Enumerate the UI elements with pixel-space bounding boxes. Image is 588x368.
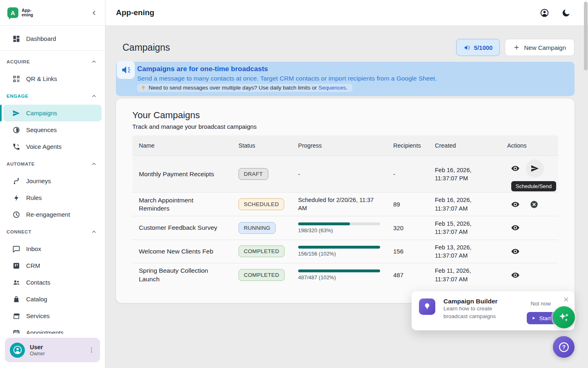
progress-bar: [298, 269, 380, 272]
sidebar-section-connect[interactable]: CONNECT: [0, 223, 105, 240]
progress-label: 156/156 (102%): [298, 251, 380, 257]
sidebar-item-appointments[interactable]: Appointments: [0, 324, 105, 334]
account-button[interactable]: [540, 8, 549, 18]
view-button[interactable]: [507, 196, 523, 213]
column-header-name: Name: [132, 135, 232, 156]
cancel-button[interactable]: [526, 196, 542, 213]
tip-text: Need to send messages over multiple days…: [149, 85, 318, 91]
sidebar-item-voice-agents[interactable]: Voice Agents: [0, 138, 105, 155]
sidebar-item-catalog-label: Catalog: [26, 296, 47, 303]
chevron-up-icon: [91, 229, 97, 235]
sidebar-item-rules[interactable]: Rules: [0, 189, 105, 206]
start-label: Start: [539, 315, 551, 321]
view-button[interactable]: [507, 267, 523, 283]
send-icon: [530, 164, 539, 173]
user-role: Owner: [30, 351, 45, 357]
sequences-link[interactable]: Sequences: [318, 85, 346, 91]
progress-cell: 156/156 (102%): [292, 240, 387, 263]
sidebar-item-crm[interactable]: CRM: [0, 257, 105, 274]
table-row[interactable]: Monthly Payment Receipts DRAFT - - Feb 1…: [132, 156, 558, 193]
sidebar-section-automate[interactable]: AUTOMATE: [0, 155, 105, 173]
recipients-cell: -: [387, 156, 428, 193]
view-button[interactable]: [507, 243, 523, 260]
app-logo-icon: A: [7, 7, 18, 18]
view-button[interactable]: [507, 160, 523, 177]
sidebar-item-catalog[interactable]: Catalog: [0, 291, 105, 307]
megaphone-icon: [463, 44, 470, 51]
people-icon: [12, 278, 20, 287]
help-fab[interactable]: ?: [553, 336, 575, 358]
table-row[interactable]: Welcome New Clients Feb COMPLETED 156/15…: [132, 240, 558, 263]
user-menu-button[interactable]: [86, 345, 97, 355]
megaphone-icon: [120, 65, 131, 75]
sidebar-section-engage[interactable]: ENGAGE: [0, 87, 105, 105]
sidebar-item-sequences[interactable]: Sequences: [0, 121, 105, 138]
sidebar-item-re-engagement[interactable]: Re-engagement: [0, 206, 105, 223]
section-automate-label: AUTOMATE: [7, 162, 35, 166]
sidebar-item-services[interactable]: Services: [0, 307, 105, 324]
info-banner: Campaigns are for one-time broadcasts Se…: [116, 62, 575, 96]
status-badge: RUNNING: [238, 222, 276, 234]
eye-icon: [511, 200, 520, 209]
lightning-icon: [12, 194, 20, 202]
route-icon: [12, 177, 20, 185]
user-card[interactable]: User Owner: [5, 338, 100, 362]
card-subtitle: Track and manage your broadcast campaign…: [132, 123, 558, 130]
sidebar-item-crm-label: CRM: [26, 262, 40, 269]
sidebar-item-journeys[interactable]: Journeys: [0, 173, 105, 189]
table-row[interactable]: March Appointment Reminders SCHEDULED Sc…: [132, 193, 558, 216]
campaign-name: Monthly Payment Receipts: [132, 156, 232, 193]
table-row[interactable]: Customer Feedback Survey RUNNING 198/320…: [132, 216, 558, 240]
banner-subtitle: Send a message to many contacts at once.…: [137, 74, 568, 82]
not-now-button[interactable]: Not now: [530, 301, 551, 307]
section-acquire-label: ACQUIRE: [7, 59, 30, 64]
section-engage-label: ENGAGE: [7, 94, 28, 99]
status-badge: COMPLETED: [238, 245, 285, 257]
phone-icon: [12, 143, 20, 151]
ai-assistant-fab[interactable]: [553, 306, 575, 328]
sidebar-item-campaigns[interactable]: Campaigns: [3, 105, 102, 121]
kanban-icon: [12, 262, 20, 270]
chevron-up-icon: [91, 93, 97, 99]
app-title: App-ening: [116, 8, 154, 17]
progress-cell: 487/487 (102%): [292, 263, 387, 287]
page-actions: 5/1000 New Campaign: [456, 39, 575, 56]
view-button[interactable]: [507, 220, 523, 236]
sidebar-item-dashboard[interactable]: Dashboard: [0, 29, 105, 48]
clock-icon: [12, 211, 20, 219]
column-header-recipients: Recipients: [387, 135, 428, 156]
sidebar-divider: [0, 50, 105, 51]
scrollbar-thumb[interactable]: [584, 2, 588, 70]
qr-code-icon: [12, 75, 20, 83]
app-logo[interactable]: A App-ening: [7, 7, 33, 18]
campaign-quota-badge[interactable]: 5/1000: [456, 39, 500, 56]
dashboard-icon: [12, 35, 20, 43]
play-icon: [532, 316, 536, 320]
table-row[interactable]: Spring Beauty Collection Launch COMPLETE…: [132, 263, 558, 287]
dark-mode-toggle[interactable]: [561, 8, 571, 18]
progress-bar-fill: [298, 269, 380, 272]
user-avatar: [10, 343, 25, 358]
quota-text: 5/1000: [474, 44, 493, 51]
eye-icon: [511, 271, 520, 280]
progress-bar-fill: [298, 246, 380, 249]
campaign-name: Customer Feedback Survey: [132, 216, 232, 240]
sidebar-item-inbox[interactable]: Inbox: [0, 240, 105, 257]
new-campaign-button[interactable]: New Campaign: [505, 39, 575, 56]
sidebar-item-journeys-label: Journeys: [26, 177, 51, 184]
campaign-builder-popup: Campaign Builder Learn how to create bro…: [412, 291, 575, 330]
eye-icon: [511, 164, 520, 173]
chevron-up-icon: [91, 59, 97, 65]
sidebar-item-contacts[interactable]: Contacts: [0, 274, 105, 291]
sidebar-item-qr-links[interactable]: QR & Links: [0, 70, 105, 87]
schedule-send-button[interactable]: [526, 159, 544, 177]
page-title: Campaigns: [122, 42, 170, 53]
sidebar-collapse-button[interactable]: [91, 9, 98, 16]
campaigns-card: Your Campaigns Track and manage your bro…: [116, 99, 575, 303]
sequences-icon: [12, 126, 20, 134]
shopping-bag-icon: [12, 295, 20, 303]
sidebar-section-acquire[interactable]: ACQUIRE: [0, 53, 105, 70]
card-title: Your Campaigns: [132, 110, 558, 121]
created-cell: Feb 16, 2026, 11:37:07 PM: [428, 156, 501, 193]
popup-close-button[interactable]: [563, 296, 570, 303]
